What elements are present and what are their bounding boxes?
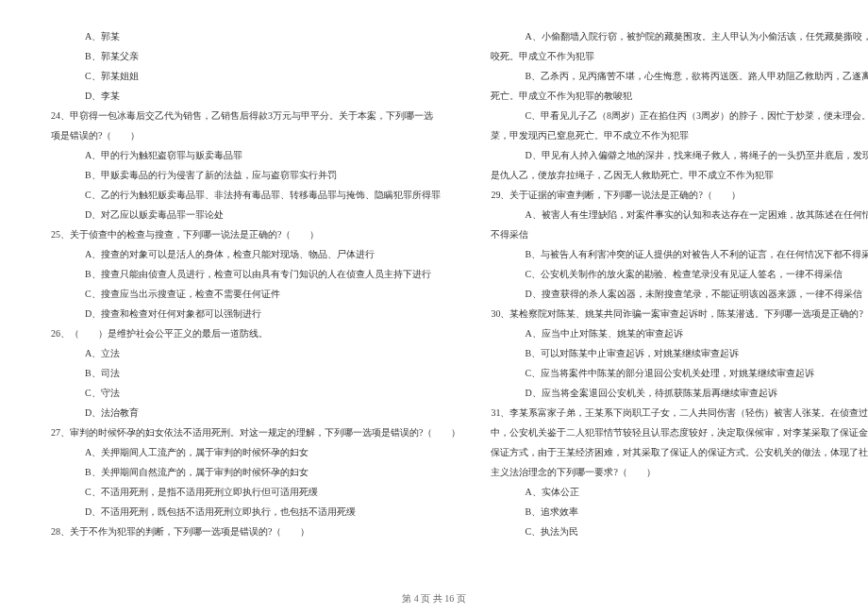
option-cont: 死亡。甲成立不作为犯罪的教唆犯: [491, 86, 868, 106]
option-cont: 咬死。甲成立不作为犯罪: [491, 46, 868, 66]
option: B、郭某父亲: [51, 46, 460, 66]
option: B、关押期间自然流产的，属于审判的时候怀孕的妇女: [51, 462, 460, 482]
option: C、不适用死刑，是指不适用死刑立即执行但可适用死缓: [51, 482, 460, 502]
option: D、法治教育: [51, 403, 460, 422]
option-cont: 菜，甲发现丙已窒息死亡。甲不成立不作为犯罪: [491, 125, 868, 145]
option: A、应当中止对陈某、姚某的审查起诉: [491, 323, 868, 343]
option: C、甲看见儿子乙（8周岁）正在掐住丙（3周岁）的脖子，因忙于炒菜，便未理会。等炒…: [491, 106, 868, 125]
option: C、乙的行为触犯贩卖毒品罪、非法持有毒品罪、转移毒品罪与掩饰、隐瞒犯罪所得罪: [51, 185, 460, 205]
option: D、李某: [51, 86, 460, 106]
option: B、搜查只能由侦查人员进行，检查可以由具有专门知识的人在侦查人员主持下进行: [51, 264, 460, 284]
option: B、司法: [51, 363, 460, 383]
question-25: 25、关于侦查中的检查与搜查，下列哪一说法是正确的?（ ）: [51, 224, 460, 244]
option: C、应当将案件中陈某的部分退回公安机关处理，对姚某继续审查起诉: [491, 363, 868, 383]
question-31: 31、李某系富家子弟，王某系下岗职工子女，二人共同伤害（轻伤）被害人张某。在侦查…: [491, 403, 868, 422]
option: B、与被告人有利害冲突的证人提供的对被告人不利的证言，在任何情况下都不得采信: [491, 244, 868, 264]
option: D、搜查获得的杀人案凶器，未附搜查笔录，不能证明该凶器来源，一律不得采信: [491, 284, 868, 304]
right-column: A、小偷翻墙入院行窃，被护院的藏獒围攻。主人甲认为小偷活该，任凭藏獒撕咬，小偷被…: [491, 26, 868, 573]
question-29: 29、关于证据的审查判断，下列哪一说法是正确的?（ ）: [491, 185, 868, 205]
option-cont: 不得采信: [491, 224, 868, 244]
option: A、关押期间人工流产的，属于审判的时候怀孕的妇女: [51, 442, 460, 462]
option: A、郭某: [51, 26, 460, 46]
option: A、被害人有生理缺陷，对案件事实的认知和表达存在一定困难，故其陈述在任何情况下都: [491, 205, 868, 224]
option: B、乙杀丙，见丙痛苦不堪，心生悔意，欲将丙送医。路人甲劝阻乙救助丙，乙遂离开，丙: [491, 66, 868, 86]
question-31-cont: 保证方式，由于王某经济困难，对其采取了保证人的保证方式。公安机关的做法，体现了社…: [491, 442, 868, 462]
question-31-cont: 中，公安机关鉴于二人犯罪情节较轻且认罪态度较好，决定取保候审，对李某采取了保证金…: [491, 422, 868, 442]
question-24: 24、甲窃得一包冰毒后交乙代为销售，乙销售后得款3万元与甲平分。关于本案，下列哪…: [51, 106, 460, 125]
option: B、可以对陈某中止审查起诉，对姚某继续审查起诉: [491, 343, 868, 363]
question-30: 30、某检察院对陈某、姚某共同诈骗一案审查起诉时，陈某潜逃。下列哪一选项是正确的…: [491, 304, 868, 323]
option: C、守法: [51, 383, 460, 403]
page-footer: 第 4 页 共 16 页: [0, 592, 868, 605]
option: A、甲的行为触犯盗窃罪与贩卖毒品罪: [51, 145, 460, 165]
option: D、甲见有人掉入偏僻之地的深井，找来绳子救人，将绳子的一头扔至井底后，发现井下的: [491, 145, 868, 165]
question-28: 28、关于不作为犯罪的判断，下列哪一选项是错误的?（ ）: [51, 522, 460, 541]
question-26: 26、（ ）是维护社会公平正义的最后一道防线。: [51, 323, 460, 343]
option: C、公安机关制作的放火案的勘验、检查笔录没有见证人签名，一律不得采信: [491, 264, 868, 284]
option: C、执法为民: [491, 522, 868, 541]
question-27: 27、审判的时候怀孕的妇女依法不适用死刑。对这一规定的理解，下列哪一选项是错误的…: [51, 422, 460, 442]
option: B、甲贩卖毒品的行为侵害了新的法益，应与盗窃罪实行并罚: [51, 165, 460, 185]
option: B、追求效率: [491, 502, 868, 522]
option: A、实体公正: [491, 482, 868, 502]
question-31-cont: 主义法治理念的下列哪一要求?（ ）: [491, 462, 868, 482]
option: C、郭某姐姐: [51, 66, 460, 86]
option: D、不适用死刑，既包括不适用死刑立即执行，也包括不适用死缓: [51, 502, 460, 522]
option: D、搜查和检查对任何对象都可以强制进行: [51, 304, 460, 323]
option-cont: 是仇人乙，便放弃拉绳子，乙因无人救助死亡。甲不成立不作为犯罪: [491, 165, 868, 185]
option: A、小偷翻墙入院行窃，被护院的藏獒围攻。主人甲认为小偷活该，任凭藏獒撕咬，小偷被: [491, 26, 868, 46]
option: A、立法: [51, 343, 460, 363]
left-column: A、郭某 B、郭某父亲 C、郭某姐姐 D、李某 24、甲窃得一包冰毒后交乙代为销…: [51, 26, 460, 573]
question-24-cont: 项是错误的?（ ）: [51, 125, 460, 145]
option: A、搜查的对象可以是活人的身体，检查只能对现场、物品、尸体进行: [51, 244, 460, 264]
option: D、对乙应以贩卖毒品罪一罪论处: [51, 205, 460, 224]
option: D、应当将全案退回公安机关，待抓获陈某后再继续审查起诉: [491, 383, 868, 403]
option: C、搜查应当出示搜查证，检查不需要任何证件: [51, 284, 460, 304]
